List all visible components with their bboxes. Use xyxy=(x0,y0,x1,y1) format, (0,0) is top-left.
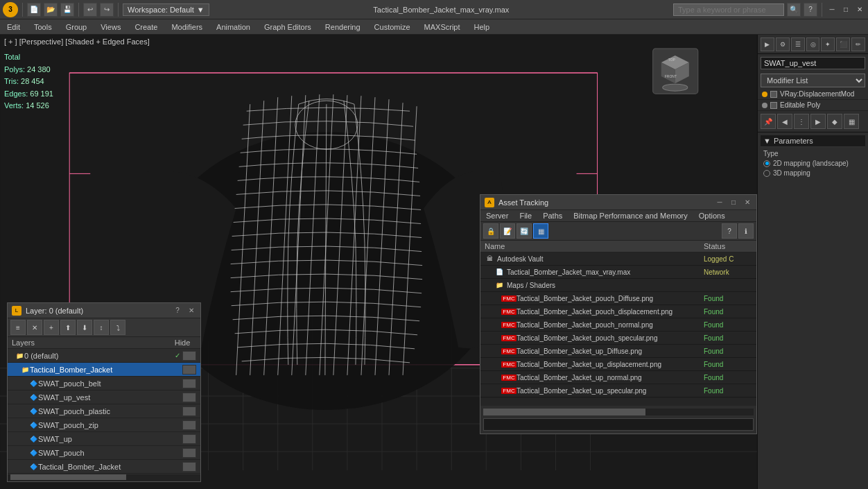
menu-help[interactable]: Help xyxy=(467,19,497,34)
layer-drag-handle[interactable] xyxy=(182,462,196,472)
asset-row[interactable]: FMCTactical_Bomber_Jacket_pouch_normal.p… xyxy=(480,318,756,332)
asset-row[interactable]: FMCTactical_Bomber_Jacket_pouch_specular… xyxy=(480,332,756,345)
asset-input-bar[interactable] xyxy=(483,418,754,431)
maximize-button[interactable]: □ xyxy=(840,4,851,15)
layer-drag-handle[interactable] xyxy=(182,351,196,361)
collapse-icon[interactable]: ▼ xyxy=(763,137,771,145)
layer-item[interactable]: 🔷SWAT_pouch_zip xyxy=(8,418,200,432)
modifier-dots[interactable]: ⋮ xyxy=(794,114,809,129)
layer-drag-handle[interactable] xyxy=(182,365,196,375)
menu-group[interactable]: Group xyxy=(59,19,94,34)
asset-toolbar-btn4[interactable]: ▦ xyxy=(533,223,548,239)
asset-toolbar-info[interactable]: ℹ xyxy=(738,223,754,239)
asset-toolbar-btn3[interactable]: 🔄 xyxy=(517,223,532,239)
rp-icon-5[interactable]: ✦ xyxy=(821,37,835,51)
layers-close-button[interactable]: ✕ xyxy=(186,306,196,316)
menu-edit[interactable]: Edit xyxy=(0,19,27,34)
radio-3d-mapping[interactable] xyxy=(763,170,770,177)
layers-titlebar[interactable]: L Layer: 0 (default) ? ✕ xyxy=(8,303,200,318)
asset-toolbar-btn2[interactable]: 📝 xyxy=(500,223,515,239)
asset-menu-options[interactable]: Options xyxy=(693,210,731,221)
menu-modifiers[interactable]: Modifiers xyxy=(164,19,209,34)
modifier-checkbox-1[interactable] xyxy=(770,91,777,98)
undo-button[interactable]: ↩ xyxy=(83,3,97,17)
rp-icon-6[interactable]: ⬛ xyxy=(836,37,850,51)
modifier-diamond[interactable]: ◆ xyxy=(827,114,842,129)
menu-create[interactable]: Create xyxy=(128,19,164,34)
menu-graph-editors[interactable]: Graph Editors xyxy=(257,19,318,34)
layers-btn6[interactable]: ↕ xyxy=(94,320,109,335)
layer-check-icon[interactable] xyxy=(173,420,182,430)
new-button[interactable]: 📄 xyxy=(27,3,41,17)
layer-item[interactable]: 🔷Tactical_Bomber_Jacket xyxy=(8,460,200,474)
redo-button[interactable]: ↪ xyxy=(100,3,114,17)
asset-toolbar-btn1[interactable]: 🔒 xyxy=(483,223,498,239)
minimize-button[interactable]: ─ xyxy=(826,4,837,15)
asset-toolbar-help[interactable]: ? xyxy=(722,223,737,239)
params-3d-row[interactable]: 3D mapping xyxy=(763,169,862,177)
layer-item[interactable]: 🔷SWAT_up xyxy=(8,432,200,446)
asset-row[interactable]: 🏛Autodesk VaultLogged C xyxy=(480,252,756,266)
layer-item[interactable]: 🔷SWAT_up_vest xyxy=(8,391,200,404)
layers-toolbar-btn1[interactable]: ≡ xyxy=(10,320,26,335)
layer-check-icon[interactable] xyxy=(173,434,182,444)
menu-rendering[interactable]: Rendering xyxy=(318,19,367,34)
params-2d-row[interactable]: 2D mapping (landscape) xyxy=(763,160,862,167)
layer-item[interactable]: 🔷SWAT_pouch_belt xyxy=(8,377,200,391)
asset-row[interactable]: 📁Maps / Shaders xyxy=(480,279,756,292)
layer-check-icon[interactable]: ✓ xyxy=(173,351,182,361)
asset-row[interactable]: FMCTactical_Bomber_Jacket_up_normal.pngF… xyxy=(480,371,756,384)
layer-item[interactable]: 🔷SWAT_pouch_plastic xyxy=(8,404,200,418)
menu-animation[interactable]: Animation xyxy=(209,19,257,34)
menu-customize[interactable]: Customize xyxy=(367,19,417,34)
layers-delete-button[interactable]: ✕ xyxy=(27,320,42,335)
rp-icon-1[interactable]: ▶ xyxy=(761,37,774,51)
layer-drag-handle[interactable] xyxy=(182,448,196,458)
layers-btn5[interactable]: ⬇ xyxy=(77,320,92,335)
asset-row[interactable]: FMCTactical_Bomber_Jacket_pouch_Diffuse.… xyxy=(480,292,756,305)
asset-row[interactable]: 📄Tactical_Bomber_Jacket_max_vray.maxNetw… xyxy=(480,266,756,279)
layer-drag-handle[interactable] xyxy=(182,420,196,430)
modifier-list-dropdown[interactable]: Modifier List xyxy=(761,74,865,87)
layer-drag-handle[interactable] xyxy=(182,393,196,402)
rp-icon-7[interactable]: ✏ xyxy=(851,37,865,51)
asset-menu-file[interactable]: File xyxy=(514,210,537,221)
modifier-checkbox-2[interactable] xyxy=(770,102,777,109)
close-button[interactable]: ✕ xyxy=(854,4,865,15)
layer-item[interactable]: 📁Tactical_Bomber_Jacket xyxy=(8,363,200,377)
asset-row[interactable]: FMCTactical_Bomber_Jacket_up_Diffuse.png… xyxy=(480,345,756,358)
open-button[interactable]: 📂 xyxy=(44,3,58,17)
asset-list[interactable]: 🏛Autodesk VaultLogged C📄Tactical_Bomber_… xyxy=(480,252,756,397)
layer-check-icon[interactable] xyxy=(173,406,182,416)
modifier-arrow-right[interactable]: ▶ xyxy=(810,114,826,129)
layer-check-icon[interactable] xyxy=(173,393,182,402)
asset-menu-bitmap[interactable]: Bitmap Performance and Memory xyxy=(568,210,693,221)
menu-tools[interactable]: Tools xyxy=(27,19,59,34)
workspace-dropdown[interactable]: Workspace: Default ▼ xyxy=(123,3,209,16)
asset-menu-paths[interactable]: Paths xyxy=(537,210,568,221)
rp-icon-2[interactable]: ⚙ xyxy=(776,37,790,51)
menu-views[interactable]: Views xyxy=(94,19,128,34)
modifier-editable-poly[interactable]: Editable Poly xyxy=(758,100,868,111)
asset-menu-server[interactable]: Server xyxy=(480,210,514,221)
layer-drag-handle[interactable] xyxy=(182,434,196,444)
search-input[interactable] xyxy=(673,3,784,16)
layer-check-icon[interactable] xyxy=(173,462,182,472)
rp-icon-3[interactable]: ☰ xyxy=(791,37,805,51)
layer-item[interactable]: 📁0 (default)✓ xyxy=(8,349,200,363)
asset-maximize-button[interactable]: □ xyxy=(729,198,738,207)
modifier-pin-button[interactable]: 📌 xyxy=(761,114,776,129)
layers-btn7[interactable]: ⤵ xyxy=(110,320,125,335)
layer-drag-handle[interactable] xyxy=(182,379,196,388)
asset-row[interactable]: FMCTactical_Bomber_Jacket_pouch_displace… xyxy=(480,305,756,318)
asset-minimize-button[interactable]: ─ xyxy=(715,198,724,207)
layer-check-icon[interactable] xyxy=(173,448,182,458)
modifier-vray[interactable]: VRay:DisplacementMod xyxy=(758,89,868,100)
asset-close-button[interactable]: ✕ xyxy=(743,198,752,207)
layer-check-icon[interactable] xyxy=(173,365,182,375)
layers-scrollbar[interactable] xyxy=(8,474,200,481)
asset-row[interactable]: FMCTactical_Bomber_Jacket_up_displacemen… xyxy=(480,358,756,371)
save-button[interactable]: 💾 xyxy=(60,3,74,17)
layer-item[interactable]: 🔷SWAT_pouch xyxy=(8,446,200,460)
layers-help-button[interactable]: ? xyxy=(173,306,182,316)
